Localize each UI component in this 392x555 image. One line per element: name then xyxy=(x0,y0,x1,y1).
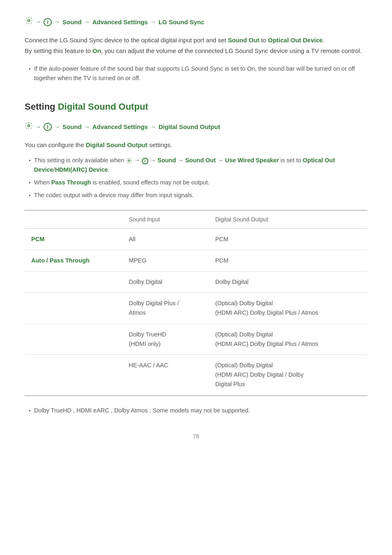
row-label-empty4 xyxy=(25,355,122,395)
bullet-item: If the auto-power feature of the sound b… xyxy=(29,64,367,83)
table-row: HE-AAC / AAC (Optical) Dolby Digital(HDM… xyxy=(25,355,367,395)
desc-bold: Digital Sound Output xyxy=(86,141,148,148)
bullet3-text: The codec output with a device may diffe… xyxy=(34,191,194,200)
row-truehd-output: (Optical) Dolby Digital(HDMI ARC) Dolby … xyxy=(209,324,367,355)
table-row: Dolby TrueHD(HDMI only) (Optical) Dolby … xyxy=(25,324,367,355)
section2-desc: You can configure the Digital Sound Outp… xyxy=(25,140,367,150)
svg-point-0 xyxy=(28,20,30,22)
arrow2: → xyxy=(54,17,60,26)
heading-highlight: Digital Sound Output xyxy=(58,101,148,112)
row-pcm-output: PCM xyxy=(209,228,367,250)
footer-note-text: Dolby TrueHD , HDMI eARC , Dolby Atmos :… xyxy=(34,406,250,415)
arrow2-2: → xyxy=(54,122,60,131)
arrow2-3: → xyxy=(84,122,90,131)
desc-text: You can configure the xyxy=(25,141,86,148)
col-header-sound-input: Sound Input xyxy=(122,211,209,228)
arrow3: → xyxy=(84,17,90,26)
by-setting-text2: , you can adjust the volume of the conne… xyxy=(101,47,362,54)
row-label-pcm: PCM xyxy=(25,228,122,250)
info-icon-2: i xyxy=(44,123,52,131)
arrow4: → xyxy=(150,17,156,26)
breadcrumb-sound2: Sound xyxy=(62,122,82,132)
row-mpeg-output: PCM xyxy=(209,250,367,271)
row-truehd-input: Dolby TrueHD(HDMI only) xyxy=(122,324,209,355)
row-label-empty2 xyxy=(25,293,122,324)
optical-bold: Optical Out Device xyxy=(268,37,323,44)
breadcrumb-advanced2: Advanced Settings xyxy=(92,122,148,132)
desc-text2: settings. xyxy=(148,141,172,148)
breadcrumb-section1: → i → Sound → Advanced Settings → LG Sou… xyxy=(25,16,367,28)
heading-normal: Setting xyxy=(25,101,55,112)
table-row: Auto / Pass Through MPEG PCM xyxy=(25,250,367,271)
arrow2-1: → xyxy=(35,122,41,131)
section1-intro: Connect the LG Sound Sync device to the … xyxy=(25,35,367,56)
bullet2-text: When Pass Through is enabled, sound effe… xyxy=(34,178,210,187)
col-header-label xyxy=(25,211,122,228)
svg-point-2 xyxy=(128,160,130,161)
info-icon: i xyxy=(44,18,52,26)
by-setting-text: By setting this feature to xyxy=(25,47,92,54)
section2-heading: Setting Digital Sound Output xyxy=(25,99,367,114)
bullet-item-3: The codec output with a device may diffe… xyxy=(29,191,367,200)
bullet-item-1: This setting is only available when → i … xyxy=(29,156,367,175)
footer-note: Dolby TrueHD , HDMI eARC , Dolby Atmos :… xyxy=(25,406,367,415)
digital-sound-table: Sound Input Digital Sound Output PCM All… xyxy=(25,210,367,396)
table-row: Dolby Digital Plus /Atmos (Optical) Dolb… xyxy=(25,293,367,324)
breadcrumb-section2: → i → Sound → Advanced Settings → Digita… xyxy=(25,122,367,133)
bullet-text: If the auto-power feature of the sound b… xyxy=(34,64,367,83)
row-dolby-plus-input: Dolby Digital Plus /Atmos xyxy=(122,293,209,324)
breadcrumb-sound1: Sound xyxy=(62,17,82,27)
breadcrumb-advanced1: Advanced Settings xyxy=(92,17,148,27)
arrow1: → xyxy=(35,17,41,26)
section2-bullets: This setting is only available when → i … xyxy=(29,156,367,200)
row-dolby-plus-output: (Optical) Dolby Digital(HDMI ARC) Dolby … xyxy=(209,293,367,324)
sound-out-bold: Sound Out xyxy=(228,37,259,44)
intro-text2: to xyxy=(259,37,268,44)
footer-bullet: Dolby TrueHD , HDMI eARC , Dolby Atmos :… xyxy=(29,406,367,415)
section1-bullets: If the auto-power feature of the sound b… xyxy=(29,64,367,83)
table-row: PCM All PCM xyxy=(25,228,367,250)
table-header-row: Sound Input Digital Sound Output xyxy=(25,211,367,228)
row-label-auto-pass: Auto / Pass Through xyxy=(25,250,122,271)
bullet1-text: This setting is only available when → i … xyxy=(34,156,367,175)
intro-text1: Connect the LG Sound Sync device to the … xyxy=(25,37,228,44)
arrow2-4: → xyxy=(150,122,156,131)
row-label-empty1 xyxy=(25,272,122,293)
page-number: 78 xyxy=(25,432,367,441)
gear-icon xyxy=(25,16,33,28)
col-header-digital-output: Digital Sound Output xyxy=(209,211,367,228)
row-heaac-input: HE-AAC / AAC xyxy=(122,355,209,395)
row-label-empty3 xyxy=(25,324,122,355)
on-bold: On xyxy=(92,47,101,54)
breadcrumb-lgsync: LG Sound Sync xyxy=(159,17,205,27)
breadcrumb-digital: Digital Sound Output xyxy=(159,122,220,132)
row-dolby-digital-input: Dolby Digital xyxy=(122,272,209,293)
row-heaac-output: (Optical) Dolby Digital(HDMI ARC) Dolby … xyxy=(209,355,367,395)
svg-point-1 xyxy=(28,124,30,127)
table-row: Dolby Digital Dolby Digital xyxy=(25,272,367,293)
row-mpeg-input: MPEG xyxy=(122,250,209,271)
bullet-item-2: When Pass Through is enabled, sound effe… xyxy=(29,178,367,187)
gear-icon-2 xyxy=(25,122,33,133)
row-dolby-digital-output: Dolby Digital xyxy=(209,272,367,293)
intro-text3: . xyxy=(323,37,324,44)
row-pcm-input: All xyxy=(122,228,209,250)
